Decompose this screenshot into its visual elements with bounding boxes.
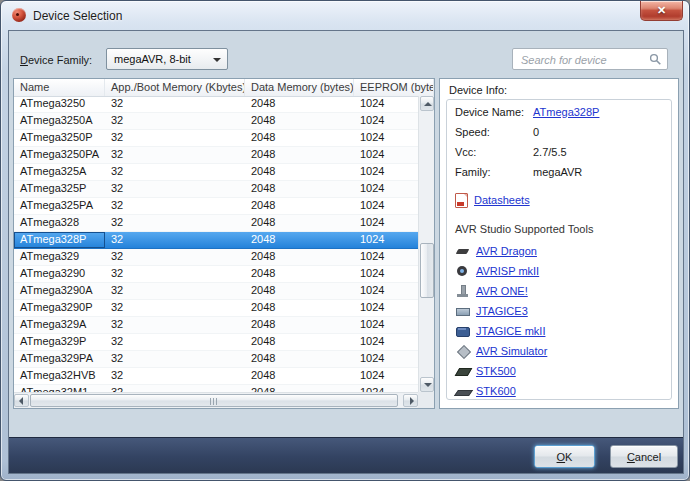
device-selection-icon (12, 8, 26, 22)
column-header-app-boot-memory[interactable]: App./Boot Memory (Kbytes) (105, 79, 245, 96)
device-family-combobox[interactable]: megaAVR, 8-bit (106, 48, 228, 70)
cell-name: ATmega3290A (14, 283, 105, 299)
field-device-name: Device Name: ATmega328P (455, 106, 663, 126)
cell-name: ATmega328P (14, 232, 105, 248)
close-button[interactable]: ✕ (640, 1, 683, 21)
table-row[interactable]: ATmega3290 32 2048 1024 (14, 266, 418, 283)
cell-name: ATmega3250PA (14, 147, 105, 163)
cell-eeprom: 1024 (354, 181, 418, 197)
table-row[interactable]: ATmega32HVB 32 2048 1024 (14, 368, 418, 385)
table-row[interactable]: ATmega328P 32 2048 1024 (14, 232, 418, 249)
cell-name: ATmega325P (14, 181, 105, 197)
table-row[interactable]: ATmega329 32 2048 1024 (14, 249, 418, 266)
cell-data-memory: 2048 (245, 283, 354, 299)
cell-eeprom: 1024 (354, 96, 418, 112)
table-row[interactable]: ATmega3250P 32 2048 1024 (14, 130, 418, 147)
cell-data-memory: 2048 (245, 147, 354, 163)
table-row[interactable]: ATmega3250 32 2048 1024 (14, 96, 418, 113)
table-row[interactable]: ATmega3290P 32 2048 1024 (14, 300, 418, 317)
ok-button[interactable]: OK (534, 445, 595, 468)
datasheets-link[interactable]: Datasheets (474, 194, 530, 206)
cell-app-boot-memory: 32 (105, 232, 245, 248)
cell-eeprom: 1024 (354, 232, 418, 248)
tool-link-stk600[interactable]: STK600 (476, 385, 516, 397)
tool-link-jtagice3[interactable]: JTAGICE3 (476, 305, 528, 317)
table-header: Name App./Boot Memory (Kbytes) Data Memo… (14, 79, 434, 97)
device-info-box: Device Name: ATmega328P Speed: 0 Vcc: 2.… (446, 99, 672, 400)
table-row[interactable]: ATmega329P 32 2048 1024 (14, 334, 418, 351)
tool-link-avr-one[interactable]: AVR ONE! (476, 285, 528, 297)
scroll-down-button[interactable] (420, 377, 434, 392)
device-name-link[interactable]: ATmega328P (533, 106, 599, 118)
tool-link-jtagice-mkii[interactable]: JTAGICE mkII (476, 325, 545, 337)
scroll-right-button[interactable] (403, 394, 418, 407)
table-row[interactable]: ATmega329PA 32 2048 1024 (14, 351, 418, 368)
cell-data-memory: 2048 (245, 334, 354, 350)
table-row[interactable]: ATmega325PA 32 2048 1024 (14, 198, 418, 215)
speed-value: 0 (533, 126, 539, 138)
table-row[interactable]: ATmega3250A 32 2048 1024 (14, 113, 418, 130)
cell-app-boot-memory: 32 (105, 266, 245, 282)
column-header-name[interactable]: Name (14, 79, 105, 96)
tool-link-avrisp-mkii[interactable]: AVRISP mkII (476, 265, 539, 277)
family-label: Family: (455, 166, 533, 178)
avr-simulator-icon (455, 345, 472, 358)
cell-app-boot-memory: 32 (105, 181, 245, 197)
tool-item[interactable]: JTAGICE mkII (455, 321, 663, 341)
table-row[interactable]: ATmega3290A 32 2048 1024 (14, 283, 418, 300)
dialog-footer: OK Cancel (9, 437, 683, 473)
scroll-left-button[interactable] (14, 394, 29, 407)
cell-data-memory: 2048 (245, 351, 354, 367)
vcc-value: 2.7/5.5 (533, 146, 567, 158)
datasheets-row: Datasheets (455, 189, 663, 211)
table-row[interactable]: ATmega325A 32 2048 1024 (14, 164, 418, 181)
tool-link-avr-simulator[interactable]: AVR Simulator (476, 345, 547, 357)
tool-item[interactable]: AVR ONE! (455, 281, 663, 301)
cell-app-boot-memory: 32 (105, 249, 245, 265)
table-row[interactable]: ATmega328 32 2048 1024 (14, 215, 418, 232)
table-row[interactable]: ATmega32M1 32 2048 1024 (14, 385, 418, 392)
cell-data-memory: 2048 (245, 368, 354, 384)
cell-app-boot-memory: 32 (105, 164, 245, 180)
cell-eeprom: 1024 (354, 300, 418, 316)
cell-data-memory: 2048 (245, 198, 354, 214)
cell-data-memory: 2048 (245, 266, 354, 282)
cell-data-memory: 2048 (245, 317, 354, 333)
tool-item[interactable]: AVRISP mkII (455, 261, 663, 281)
tool-item[interactable]: STK600 (455, 381, 663, 401)
tool-link-avr-dragon[interactable]: AVR Dragon (476, 245, 537, 257)
column-header-eeprom[interactable]: EEPROM (bytes) (354, 79, 434, 96)
table-row[interactable]: ATmega329A 32 2048 1024 (14, 317, 418, 334)
tool-item[interactable]: AVR Simulator (455, 341, 663, 361)
cell-name: ATmega3290P (14, 300, 105, 316)
vertical-scrollbar-thumb[interactable] (420, 243, 434, 298)
cell-name: ATmega329A (14, 317, 105, 333)
search-input[interactable] (519, 51, 647, 69)
cell-app-boot-memory: 32 (105, 96, 245, 112)
device-search-box (512, 48, 668, 70)
tool-item[interactable]: AVR Dragon (455, 241, 663, 261)
cell-eeprom: 1024 (354, 130, 418, 146)
cancel-button[interactable]: Cancel (610, 445, 678, 468)
cell-app-boot-memory: 32 (105, 368, 245, 384)
horizontal-scrollbar[interactable] (14, 392, 418, 408)
scroll-left-icon (19, 397, 23, 405)
cell-data-memory: 2048 (245, 232, 354, 248)
titlebar[interactable]: Device Selection ✕ (1, 1, 689, 30)
tool-item[interactable]: JTAGICE3 (455, 301, 663, 321)
column-header-data-memory[interactable]: Data Memory (bytes) (245, 79, 354, 96)
vertical-scrollbar[interactable] (418, 96, 434, 392)
avr-one-icon (455, 285, 472, 298)
scroll-up-button[interactable] (420, 96, 434, 111)
horizontal-scrollbar-thumb[interactable] (30, 394, 398, 407)
device-info-title: Device Info: (449, 84, 507, 96)
cell-app-boot-memory: 32 (105, 351, 245, 367)
table-row[interactable]: ATmega325P 32 2048 1024 (14, 181, 418, 198)
cell-name: ATmega3290 (14, 266, 105, 282)
cell-data-memory: 2048 (245, 164, 354, 180)
cell-name: ATmega325PA (14, 198, 105, 214)
table-row[interactable]: ATmega3250PA 32 2048 1024 (14, 147, 418, 164)
tool-link-stk500[interactable]: STK500 (476, 365, 516, 377)
tool-item[interactable]: STK500 (455, 361, 663, 381)
jtagice-mkii-icon (455, 325, 472, 338)
